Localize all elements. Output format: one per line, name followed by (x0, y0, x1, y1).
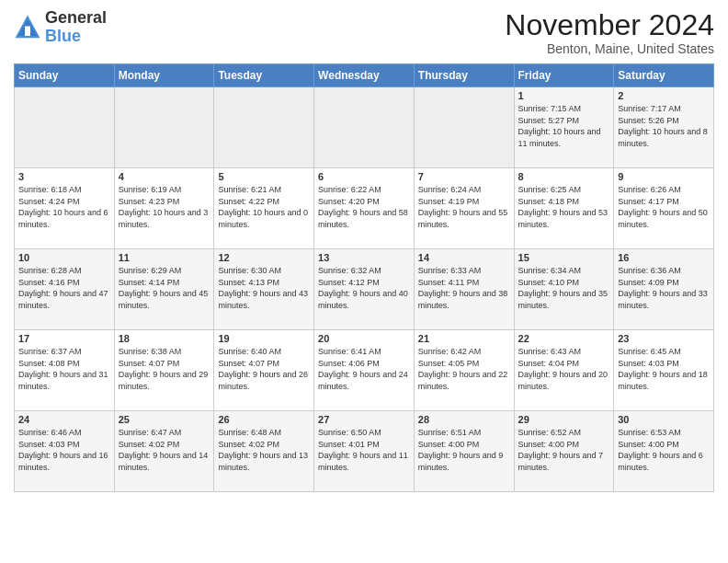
table-row: 17Sunrise: 6:37 AM Sunset: 4:08 PM Dayli… (15, 330, 115, 411)
day-info: Sunrise: 6:43 AM Sunset: 4:04 PM Dayligh… (518, 346, 610, 392)
calendar-week-5: 24Sunrise: 6:46 AM Sunset: 4:03 PM Dayli… (15, 411, 714, 492)
table-row: 7Sunrise: 6:24 AM Sunset: 4:19 PM Daylig… (414, 168, 514, 249)
table-row: 25Sunrise: 6:47 AM Sunset: 4:02 PM Dayli… (114, 411, 214, 492)
table-row: 3Sunrise: 6:18 AM Sunset: 4:24 PM Daylig… (15, 168, 115, 249)
calendar-table: Sunday Monday Tuesday Wednesday Thursday… (14, 63, 714, 492)
day-number: 30 (618, 414, 710, 425)
day-info: Sunrise: 6:45 AM Sunset: 4:03 PM Dayligh… (618, 346, 710, 392)
day-info: Sunrise: 6:52 AM Sunset: 4:00 PM Dayligh… (518, 427, 610, 473)
day-number: 17 (18, 333, 110, 344)
day-info: Sunrise: 6:36 AM Sunset: 4:09 PM Dayligh… (618, 265, 710, 311)
col-saturday: Saturday (614, 64, 714, 87)
month-title: November 2024 (505, 9, 714, 41)
logo-text: General Blue (45, 9, 107, 46)
day-info: Sunrise: 6:40 AM Sunset: 4:07 PM Dayligh… (218, 346, 310, 392)
table-row: 23Sunrise: 6:45 AM Sunset: 4:03 PM Dayli… (614, 330, 714, 411)
header: General Blue November 2024 Benton, Maine… (14, 9, 714, 56)
day-info: Sunrise: 7:17 AM Sunset: 5:26 PM Dayligh… (618, 103, 710, 149)
day-number: 12 (218, 252, 310, 263)
col-thursday: Thursday (414, 64, 514, 87)
day-number: 5 (218, 171, 310, 182)
table-row: 4Sunrise: 6:19 AM Sunset: 4:23 PM Daylig… (114, 168, 214, 249)
table-row: 9Sunrise: 6:26 AM Sunset: 4:17 PM Daylig… (614, 168, 714, 249)
day-info: Sunrise: 6:47 AM Sunset: 4:02 PM Dayligh… (119, 427, 210, 473)
day-number: 27 (318, 414, 410, 425)
day-info: Sunrise: 6:19 AM Sunset: 4:23 PM Dayligh… (119, 184, 210, 230)
table-row: 30Sunrise: 6:53 AM Sunset: 4:00 PM Dayli… (614, 411, 714, 492)
day-info: Sunrise: 6:26 AM Sunset: 4:17 PM Dayligh… (618, 184, 710, 230)
table-row: 19Sunrise: 6:40 AM Sunset: 4:07 PM Dayli… (214, 330, 314, 411)
day-info: Sunrise: 6:18 AM Sunset: 4:24 PM Dayligh… (18, 184, 110, 230)
day-number: 15 (518, 252, 610, 263)
location: Benton, Maine, United States (505, 41, 714, 56)
day-number: 28 (418, 414, 510, 425)
day-info: Sunrise: 6:42 AM Sunset: 4:05 PM Dayligh… (418, 346, 510, 392)
table-row (15, 87, 115, 168)
calendar-week-4: 17Sunrise: 6:37 AM Sunset: 4:08 PM Dayli… (15, 330, 714, 411)
logo-blue-text: Blue (45, 27, 81, 45)
day-info: Sunrise: 6:28 AM Sunset: 4:16 PM Dayligh… (18, 265, 110, 311)
col-tuesday: Tuesday (214, 64, 314, 87)
table-row: 12Sunrise: 6:30 AM Sunset: 4:13 PM Dayli… (214, 249, 314, 330)
table-row: 29Sunrise: 6:52 AM Sunset: 4:00 PM Dayli… (514, 411, 614, 492)
title-block: November 2024 Benton, Maine, United Stat… (505, 9, 714, 56)
day-number: 6 (318, 171, 410, 182)
day-info: Sunrise: 6:46 AM Sunset: 4:03 PM Dayligh… (18, 427, 110, 473)
day-number: 2 (618, 90, 710, 101)
logo-icon (14, 14, 41, 41)
calendar-header-row: Sunday Monday Tuesday Wednesday Thursday… (15, 64, 714, 87)
table-row: 15Sunrise: 6:34 AM Sunset: 4:10 PM Dayli… (514, 249, 614, 330)
table-row: 11Sunrise: 6:29 AM Sunset: 4:14 PM Dayli… (114, 249, 214, 330)
table-row: 8Sunrise: 6:25 AM Sunset: 4:18 PM Daylig… (514, 168, 614, 249)
day-number: 14 (418, 252, 510, 263)
table-row (414, 87, 514, 168)
calendar-week-3: 10Sunrise: 6:28 AM Sunset: 4:16 PM Dayli… (15, 249, 714, 330)
day-info: Sunrise: 6:32 AM Sunset: 4:12 PM Dayligh… (318, 265, 410, 311)
day-info: Sunrise: 6:50 AM Sunset: 4:01 PM Dayligh… (318, 427, 410, 473)
col-friday: Friday (514, 64, 614, 87)
col-sunday: Sunday (15, 64, 115, 87)
table-row: 13Sunrise: 6:32 AM Sunset: 4:12 PM Dayli… (314, 249, 415, 330)
day-info: Sunrise: 6:53 AM Sunset: 4:00 PM Dayligh… (618, 427, 710, 473)
table-row: 26Sunrise: 6:48 AM Sunset: 4:02 PM Dayli… (214, 411, 314, 492)
calendar-week-2: 3Sunrise: 6:18 AM Sunset: 4:24 PM Daylig… (15, 168, 714, 249)
day-info: Sunrise: 6:33 AM Sunset: 4:11 PM Dayligh… (418, 265, 510, 311)
logo-general-text: General (45, 8, 107, 27)
table-row: 21Sunrise: 6:42 AM Sunset: 4:05 PM Dayli… (414, 330, 514, 411)
day-number: 19 (218, 333, 310, 344)
page: General Blue November 2024 Benton, Maine… (0, 0, 728, 563)
col-wednesday: Wednesday (314, 64, 415, 87)
table-row (114, 87, 214, 168)
day-info: Sunrise: 6:51 AM Sunset: 4:00 PM Dayligh… (418, 427, 510, 473)
day-number: 26 (218, 414, 310, 425)
day-info: Sunrise: 7:15 AM Sunset: 5:27 PM Dayligh… (518, 103, 610, 149)
table-row: 27Sunrise: 6:50 AM Sunset: 4:01 PM Dayli… (314, 411, 415, 492)
table-row: 6Sunrise: 6:22 AM Sunset: 4:20 PM Daylig… (314, 168, 415, 249)
day-number: 18 (119, 333, 210, 344)
day-info: Sunrise: 6:22 AM Sunset: 4:20 PM Dayligh… (318, 184, 410, 230)
day-number: 29 (518, 414, 610, 425)
day-number: 22 (518, 333, 610, 344)
day-info: Sunrise: 6:38 AM Sunset: 4:07 PM Dayligh… (119, 346, 210, 392)
day-info: Sunrise: 6:24 AM Sunset: 4:19 PM Dayligh… (418, 184, 510, 230)
day-info: Sunrise: 6:34 AM Sunset: 4:10 PM Dayligh… (518, 265, 610, 311)
day-number: 9 (618, 171, 710, 182)
table-row: 20Sunrise: 6:41 AM Sunset: 4:06 PM Dayli… (314, 330, 415, 411)
day-info: Sunrise: 6:41 AM Sunset: 4:06 PM Dayligh… (318, 346, 410, 392)
day-number: 1 (518, 90, 610, 101)
day-number: 10 (18, 252, 110, 263)
day-number: 3 (18, 171, 110, 182)
table-row (314, 87, 415, 168)
table-row: 16Sunrise: 6:36 AM Sunset: 4:09 PM Dayli… (614, 249, 714, 330)
day-info: Sunrise: 6:21 AM Sunset: 4:22 PM Dayligh… (218, 184, 310, 230)
col-monday: Monday (114, 64, 214, 87)
day-info: Sunrise: 6:25 AM Sunset: 4:18 PM Dayligh… (518, 184, 610, 230)
table-row: 5Sunrise: 6:21 AM Sunset: 4:22 PM Daylig… (214, 168, 314, 249)
day-info: Sunrise: 6:29 AM Sunset: 4:14 PM Dayligh… (119, 265, 210, 311)
table-row: 22Sunrise: 6:43 AM Sunset: 4:04 PM Dayli… (514, 330, 614, 411)
day-number: 24 (18, 414, 110, 425)
table-row: 28Sunrise: 6:51 AM Sunset: 4:00 PM Dayli… (414, 411, 514, 492)
table-row: 10Sunrise: 6:28 AM Sunset: 4:16 PM Dayli… (15, 249, 115, 330)
day-number: 13 (318, 252, 410, 263)
table-row: 24Sunrise: 6:46 AM Sunset: 4:03 PM Dayli… (15, 411, 115, 492)
